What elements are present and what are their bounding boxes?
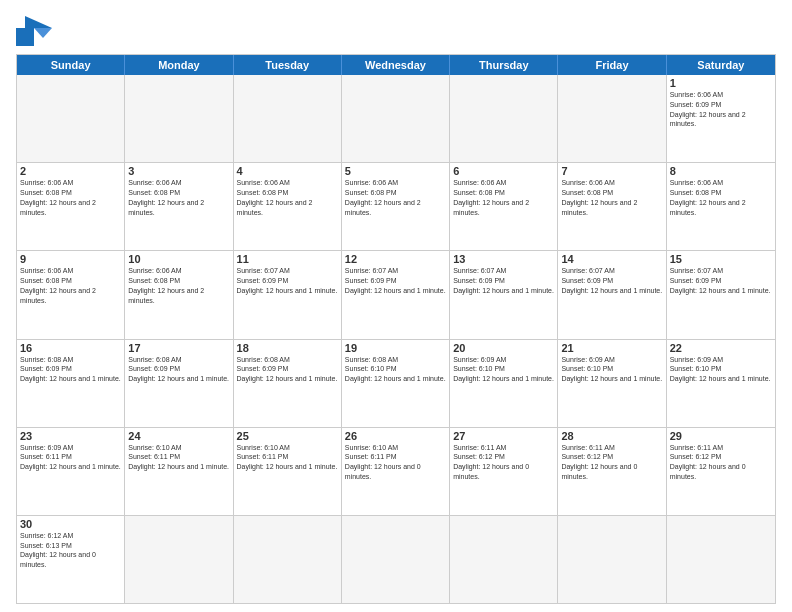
day-number: 11	[237, 253, 338, 265]
day-number: 10	[128, 253, 229, 265]
day-info: Sunrise: 6:06 AMSunset: 6:08 PMDaylight:…	[670, 178, 772, 217]
calendar-cell	[450, 75, 558, 162]
day-number: 5	[345, 165, 446, 177]
day-info: Sunrise: 6:10 AMSunset: 6:11 PMDaylight:…	[237, 443, 338, 472]
calendar-row-1: 1Sunrise: 6:06 AMSunset: 6:09 PMDaylight…	[17, 75, 775, 162]
svg-marker-1	[25, 16, 52, 28]
day-info: Sunrise: 6:08 AMSunset: 6:10 PMDaylight:…	[345, 355, 446, 384]
calendar-cell: 1Sunrise: 6:06 AMSunset: 6:09 PMDaylight…	[667, 75, 775, 162]
day-number: 26	[345, 430, 446, 442]
day-info: Sunrise: 6:11 AMSunset: 6:12 PMDaylight:…	[670, 443, 772, 482]
day-number: 9	[20, 253, 121, 265]
calendar-cell: 3Sunrise: 6:06 AMSunset: 6:08 PMDaylight…	[125, 163, 233, 250]
day-info: Sunrise: 6:09 AMSunset: 6:11 PMDaylight:…	[20, 443, 121, 472]
day-number: 4	[237, 165, 338, 177]
logo-icon	[16, 16, 52, 46]
day-info: Sunrise: 6:06 AMSunset: 6:08 PMDaylight:…	[128, 266, 229, 305]
calendar-cell	[125, 75, 233, 162]
day-number: 1	[670, 77, 772, 89]
day-number: 27	[453, 430, 554, 442]
calendar-cell: 11Sunrise: 6:07 AMSunset: 6:09 PMDayligh…	[234, 251, 342, 338]
day-info: Sunrise: 6:10 AMSunset: 6:11 PMDaylight:…	[345, 443, 446, 482]
weekday-header-monday: Monday	[125, 55, 233, 75]
day-number: 12	[345, 253, 446, 265]
calendar-cell: 10Sunrise: 6:06 AMSunset: 6:08 PMDayligh…	[125, 251, 233, 338]
calendar-cell	[667, 516, 775, 603]
calendar-cell: 17Sunrise: 6:08 AMSunset: 6:09 PMDayligh…	[125, 340, 233, 427]
day-number: 15	[670, 253, 772, 265]
day-info: Sunrise: 6:07 AMSunset: 6:09 PMDaylight:…	[237, 266, 338, 295]
day-info: Sunrise: 6:08 AMSunset: 6:09 PMDaylight:…	[237, 355, 338, 384]
calendar-cell: 24Sunrise: 6:10 AMSunset: 6:11 PMDayligh…	[125, 428, 233, 515]
day-number: 20	[453, 342, 554, 354]
calendar-cell: 27Sunrise: 6:11 AMSunset: 6:12 PMDayligh…	[450, 428, 558, 515]
day-number: 7	[561, 165, 662, 177]
day-info: Sunrise: 6:07 AMSunset: 6:09 PMDaylight:…	[453, 266, 554, 295]
day-info: Sunrise: 6:07 AMSunset: 6:09 PMDaylight:…	[345, 266, 446, 295]
calendar-cell	[17, 75, 125, 162]
weekday-header-sunday: Sunday	[17, 55, 125, 75]
calendar-row-3: 9Sunrise: 6:06 AMSunset: 6:08 PMDaylight…	[17, 250, 775, 338]
weekday-header-thursday: Thursday	[450, 55, 558, 75]
calendar-header: SundayMondayTuesdayWednesdayThursdayFrid…	[17, 55, 775, 75]
day-number: 30	[20, 518, 121, 530]
weekday-header-friday: Friday	[558, 55, 666, 75]
day-number: 19	[345, 342, 446, 354]
svg-rect-0	[16, 28, 34, 46]
calendar-row-4: 16Sunrise: 6:08 AMSunset: 6:09 PMDayligh…	[17, 339, 775, 427]
day-info: Sunrise: 6:06 AMSunset: 6:09 PMDaylight:…	[670, 90, 772, 129]
calendar-cell: 16Sunrise: 6:08 AMSunset: 6:09 PMDayligh…	[17, 340, 125, 427]
calendar-cell: 26Sunrise: 6:10 AMSunset: 6:11 PMDayligh…	[342, 428, 450, 515]
calendar-cell	[558, 516, 666, 603]
day-info: Sunrise: 6:06 AMSunset: 6:08 PMDaylight:…	[345, 178, 446, 217]
day-number: 21	[561, 342, 662, 354]
day-info: Sunrise: 6:06 AMSunset: 6:08 PMDaylight:…	[237, 178, 338, 217]
day-info: Sunrise: 6:06 AMSunset: 6:08 PMDaylight:…	[561, 178, 662, 217]
calendar-cell: 13Sunrise: 6:07 AMSunset: 6:09 PMDayligh…	[450, 251, 558, 338]
calendar-row-6: 30Sunrise: 6:12 AMSunset: 6:13 PMDayligh…	[17, 515, 775, 603]
calendar-cell: 30Sunrise: 6:12 AMSunset: 6:13 PMDayligh…	[17, 516, 125, 603]
day-info: Sunrise: 6:09 AMSunset: 6:10 PMDaylight:…	[670, 355, 772, 384]
calendar-cell: 23Sunrise: 6:09 AMSunset: 6:11 PMDayligh…	[17, 428, 125, 515]
calendar-cell: 28Sunrise: 6:11 AMSunset: 6:12 PMDayligh…	[558, 428, 666, 515]
calendar-body: 1Sunrise: 6:06 AMSunset: 6:09 PMDaylight…	[17, 75, 775, 603]
calendar-cell: 18Sunrise: 6:08 AMSunset: 6:09 PMDayligh…	[234, 340, 342, 427]
day-number: 28	[561, 430, 662, 442]
calendar-cell: 20Sunrise: 6:09 AMSunset: 6:10 PMDayligh…	[450, 340, 558, 427]
day-info: Sunrise: 6:06 AMSunset: 6:08 PMDaylight:…	[128, 178, 229, 217]
day-number: 17	[128, 342, 229, 354]
day-number: 18	[237, 342, 338, 354]
day-info: Sunrise: 6:06 AMSunset: 6:08 PMDaylight:…	[453, 178, 554, 217]
day-info: Sunrise: 6:09 AMSunset: 6:10 PMDaylight:…	[561, 355, 662, 384]
calendar-row-5: 23Sunrise: 6:09 AMSunset: 6:11 PMDayligh…	[17, 427, 775, 515]
calendar-cell: 22Sunrise: 6:09 AMSunset: 6:10 PMDayligh…	[667, 340, 775, 427]
day-number: 29	[670, 430, 772, 442]
day-number: 3	[128, 165, 229, 177]
day-info: Sunrise: 6:06 AMSunset: 6:08 PMDaylight:…	[20, 178, 121, 217]
day-info: Sunrise: 6:06 AMSunset: 6:08 PMDaylight:…	[20, 266, 121, 305]
day-number: 22	[670, 342, 772, 354]
day-info: Sunrise: 6:10 AMSunset: 6:11 PMDaylight:…	[128, 443, 229, 472]
calendar-cell	[450, 516, 558, 603]
day-number: 25	[237, 430, 338, 442]
calendar-cell	[125, 516, 233, 603]
calendar-cell	[342, 75, 450, 162]
weekday-header-tuesday: Tuesday	[234, 55, 342, 75]
calendar-cell: 19Sunrise: 6:08 AMSunset: 6:10 PMDayligh…	[342, 340, 450, 427]
logo	[16, 16, 56, 46]
day-number: 16	[20, 342, 121, 354]
day-number: 13	[453, 253, 554, 265]
calendar-cell: 8Sunrise: 6:06 AMSunset: 6:08 PMDaylight…	[667, 163, 775, 250]
calendar-cell: 14Sunrise: 6:07 AMSunset: 6:09 PMDayligh…	[558, 251, 666, 338]
day-number: 24	[128, 430, 229, 442]
weekday-header-saturday: Saturday	[667, 55, 775, 75]
calendar-cell: 29Sunrise: 6:11 AMSunset: 6:12 PMDayligh…	[667, 428, 775, 515]
day-number: 23	[20, 430, 121, 442]
weekday-header-wednesday: Wednesday	[342, 55, 450, 75]
day-info: Sunrise: 6:09 AMSunset: 6:10 PMDaylight:…	[453, 355, 554, 384]
day-number: 8	[670, 165, 772, 177]
calendar-cell: 5Sunrise: 6:06 AMSunset: 6:08 PMDaylight…	[342, 163, 450, 250]
calendar-cell	[234, 516, 342, 603]
calendar-cell: 2Sunrise: 6:06 AMSunset: 6:08 PMDaylight…	[17, 163, 125, 250]
day-number: 2	[20, 165, 121, 177]
